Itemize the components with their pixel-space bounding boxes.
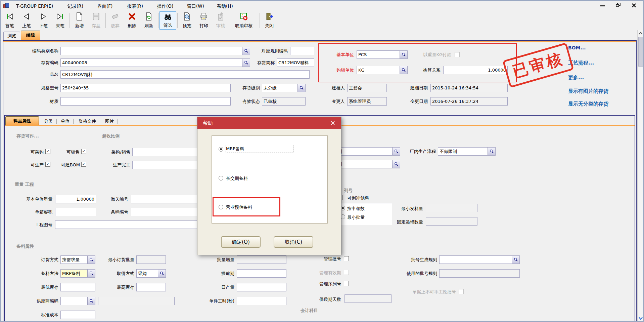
item-abbr-input[interactable]: CR12MOV精料	[277, 58, 314, 67]
menu-window[interactable]: 窗口(W)	[187, 3, 204, 9]
supplier-code-input[interactable]	[60, 297, 95, 305]
link-show-with-images[interactable]: 显示有图片的存货	[568, 88, 608, 94]
vertical-scrollbar[interactable]	[637, 30, 644, 322]
prep-method-input[interactable]: MRP备料	[60, 269, 95, 278]
unit-hours-input[interactable]	[237, 297, 286, 305]
acquire-mode-input[interactable]: 采购	[136, 269, 166, 278]
menu-action[interactable]: 操作(O)	[157, 3, 173, 9]
detail-tab-unit[interactable]: 单位	[58, 118, 73, 125]
lead-time-input[interactable]	[237, 269, 286, 278]
option-long-leadtime-radio[interactable]	[219, 176, 223, 180]
minimize-icon[interactable]	[600, 5, 605, 6]
close-icon[interactable]	[631, 3, 637, 8]
base-unit-input[interactable]: PCS	[357, 50, 408, 59]
print-label: 打印	[199, 23, 208, 29]
detail-tab-item-attributes[interactable]: 料品属性	[5, 116, 39, 125]
lookup-icon[interactable]	[242, 47, 250, 55]
code-category-input[interactable]	[60, 47, 250, 55]
min-stock-input[interactable]	[60, 283, 95, 291]
print-button[interactable]: 打印	[195, 11, 212, 30]
lookup-icon[interactable]	[392, 160, 400, 168]
detail-tab-category[interactable]: 分类	[41, 118, 56, 125]
new-button[interactable]: 新增	[71, 11, 88, 30]
lookup-icon[interactable]	[87, 256, 95, 264]
option-mrp-label[interactable]: MRP备料	[226, 145, 293, 153]
dialog-ok-button[interactable]: 确定(Q)	[221, 236, 261, 248]
next-record-button[interactable]: 下笔	[35, 11, 52, 30]
daily-output-input[interactable]	[237, 283, 286, 291]
batch-rule-input[interactable]	[439, 255, 520, 264]
drawing-no-input[interactable]	[55, 220, 200, 229]
help-dialog-titlebar[interactable]: 帮助	[197, 117, 341, 129]
lookup-icon[interactable]	[400, 51, 407, 58]
purchase-sale-input[interactable]	[132, 148, 200, 156]
lookup-icon[interactable]	[242, 59, 250, 67]
factory-flow-input[interactable]: 不做限制	[438, 147, 496, 156]
level-input[interactable]: 未分级	[262, 84, 306, 92]
scroll-up-icon[interactable]	[639, 32, 643, 35]
lookup-icon[interactable]	[392, 148, 400, 155]
item-code-input[interactable]: 400400008	[60, 58, 250, 67]
purchasable-checkbox[interactable]	[45, 149, 50, 154]
trade-unit-input[interactable]: KG	[357, 66, 408, 74]
prev-record-label: 上笔	[22, 23, 31, 29]
restore-icon[interactable]	[616, 3, 621, 7]
sellable-checkbox[interactable]	[81, 149, 86, 154]
lookup-icon[interactable]	[488, 148, 495, 155]
preview-button[interactable]: 预览	[179, 11, 195, 30]
link-bom[interactable]: BOM...	[568, 45, 586, 50]
order-mode-input[interactable]: 按需求量	[60, 255, 95, 264]
customs-input[interactable]	[131, 195, 200, 203]
scroll-down-icon[interactable]	[639, 317, 643, 320]
menu-record[interactable]: 记录(R)	[67, 3, 83, 9]
link-more[interactable]: 更多...	[568, 75, 584, 81]
lookup-icon[interactable]	[87, 270, 95, 277]
bom-allowed-checkbox[interactable]	[81, 162, 86, 167]
close-window-button[interactable]: 关闭	[261, 11, 278, 30]
producible-checkbox[interactable]	[45, 162, 50, 167]
lookup-icon[interactable]	[512, 256, 519, 264]
detail-tab-image[interactable]: 图片	[102, 118, 117, 125]
dialog-cancel-button[interactable]: 取消(C)	[274, 236, 313, 248]
max-stock-input[interactable]	[136, 283, 166, 291]
tab-edit[interactable]: 编辑	[21, 31, 40, 40]
batch-no-checkbox[interactable]	[344, 256, 349, 261]
option-long-leadtime-label[interactable]: 长交期备料	[226, 174, 293, 183]
lookup-icon[interactable]	[297, 84, 305, 92]
menu-report[interactable]: 报表(R)	[127, 3, 143, 9]
spec-input[interactable]: 250*240*35	[60, 84, 231, 92]
refresh-icon	[144, 12, 153, 21]
tab-browse[interactable]: 浏览	[3, 32, 20, 40]
option-sales-forecast-radio[interactable]	[219, 205, 223, 209]
delete-button[interactable]: 删除	[124, 11, 140, 30]
rule-code-input[interactable]	[290, 47, 314, 55]
menu-ui[interactable]: 界面(F)	[97, 3, 112, 9]
prod-finish-input[interactable]	[132, 161, 200, 169]
box-volume-input[interactable]	[55, 208, 96, 216]
serial-no-checkbox[interactable]	[344, 281, 349, 286]
conversion-input[interactable]: 1.00000	[443, 66, 508, 74]
first-record-button[interactable]: 首笔	[1, 11, 18, 30]
dialog-close-icon[interactable]	[330, 120, 336, 126]
base-weight-input[interactable]: 1.00000	[55, 195, 96, 203]
lookup-icon[interactable]	[87, 297, 95, 305]
backflush-label: 可倒冲领料	[347, 194, 384, 202]
lookup-icon[interactable]	[400, 66, 407, 74]
option-mrp-radio[interactable]	[219, 147, 223, 152]
last-record-button[interactable]: 末笔	[52, 11, 68, 30]
filter-button[interactable]: 筛选	[159, 11, 176, 30]
prev-record-button[interactable]: 上笔	[18, 11, 35, 30]
lookup-icon[interactable]	[158, 270, 166, 277]
link-show-unclassified[interactable]: 显示无分类的存货	[568, 101, 608, 107]
barcode-input[interactable]	[131, 208, 200, 216]
menu-app[interactable]: T-GROUP ERP(E)	[16, 3, 53, 9]
menu-help[interactable]: 帮助(H)	[217, 3, 233, 9]
refresh-button[interactable]: 刷新	[140, 11, 157, 30]
std-cost-input[interactable]	[60, 311, 95, 319]
detail-tab-qualification[interactable]: 资格文件	[75, 118, 100, 125]
cancel-audit-button[interactable]: 取消审核	[229, 11, 259, 30]
option-sales-forecast-label[interactable]: 营业预估备料	[226, 203, 293, 211]
material-input[interactable]	[60, 97, 231, 106]
item-name-input[interactable]: CR12MOV精料	[60, 70, 310, 79]
scroll-thumb[interactable]	[638, 37, 643, 67]
